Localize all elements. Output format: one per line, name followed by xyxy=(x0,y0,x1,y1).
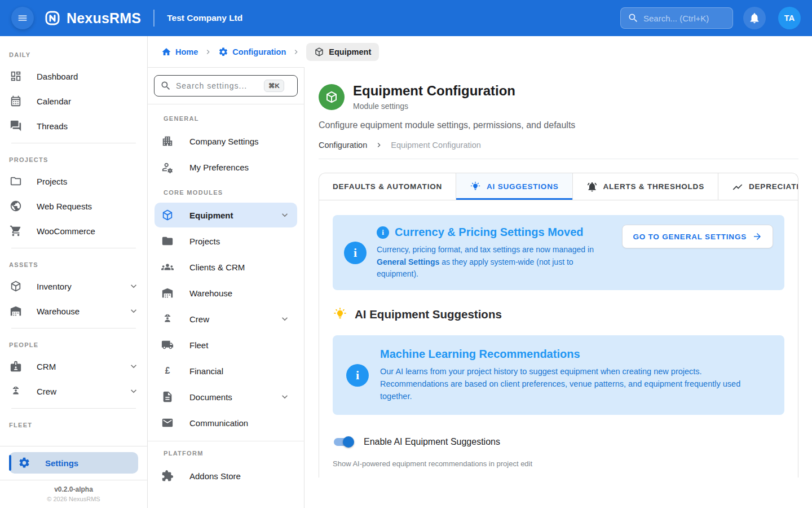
tab-label: DEPRECIATION xyxy=(749,182,798,191)
sidebar-item-projects[interactable]: Projects xyxy=(0,169,147,194)
app-version: v0.2.0-alpha xyxy=(9,485,138,493)
hardhat-icon xyxy=(161,313,174,325)
trending-icon xyxy=(732,181,743,192)
sidebar-item-web-requests[interactable]: Web Requests xyxy=(0,194,147,218)
envelope-icon xyxy=(161,417,174,429)
section-title: AI Equipment Suggestions xyxy=(355,308,502,321)
warehouse-icon xyxy=(161,287,174,299)
sidebar-item-warehouse[interactable]: Warehouse xyxy=(0,299,147,323)
cart-icon xyxy=(10,225,22,237)
building-icon xyxy=(161,135,174,147)
settings-nav-item-my-preferences[interactable]: My Preferences xyxy=(155,155,297,179)
pound-icon: £ xyxy=(161,365,174,377)
breadcrumb-link-home[interactable]: Home xyxy=(161,47,198,57)
sidebar-item-inventory[interactable]: Inventory xyxy=(0,274,147,299)
page-title: Equipment Configuration xyxy=(353,83,515,99)
sidebar-item-threads[interactable]: Threads xyxy=(0,113,147,138)
tab-label: DEFAULTS & AUTOMATION xyxy=(333,182,442,191)
tab-depreciation[interactable]: DEPRECIATION xyxy=(718,173,798,200)
ml-card-body: Our AI learns from your project history … xyxy=(380,366,771,402)
breadcrumb-current: Equipment xyxy=(306,43,379,61)
settings-search[interactable]: ⌘K xyxy=(154,75,298,97)
toggle-caption: Show AI-powered equipment recommendation… xyxy=(333,459,784,468)
module-avatar xyxy=(319,84,345,110)
lightbulb-icon xyxy=(333,307,347,322)
settings-label: Settings xyxy=(45,458,78,468)
tab-alerts-thresholds[interactable]: ALERTS & THRESHOLDS xyxy=(573,173,718,200)
settings-nav-list: GENERALCompany SettingsMy PreferencesCOR… xyxy=(148,104,304,492)
page-description: Configure equipment module settings, per… xyxy=(319,120,798,130)
main-nav: DAILYDashboardCalendarThreadsPROJECTSPro… xyxy=(0,36,147,446)
left-sidebar: DAILYDashboardCalendarThreadsPROJECTSPro… xyxy=(0,36,148,508)
global-search[interactable] xyxy=(620,7,733,29)
settings-section-label: CORE MODULES xyxy=(155,181,297,202)
user-avatar[interactable]: TA xyxy=(778,7,801,29)
settings-card: DEFAULTS & AUTOMATIONAI SUGGESTIONSALERT… xyxy=(319,173,798,478)
hardhat-icon xyxy=(10,385,22,397)
dashboard-icon xyxy=(10,70,22,82)
settings-nav-label: Financial xyxy=(189,366,290,376)
cube-icon xyxy=(325,90,338,104)
cube-icon xyxy=(161,209,174,221)
sub-breadcrumb-parent[interactable]: Configuration xyxy=(319,141,367,150)
settings-nav-item-equipment[interactable]: Equipment xyxy=(155,203,297,227)
info-icon: i xyxy=(344,242,367,264)
sidebar-item-settings[interactable]: Settings xyxy=(9,452,138,474)
info-icon: i xyxy=(377,226,389,239)
menu-button[interactable] xyxy=(11,7,34,29)
tab-defaults-automation[interactable]: DEFAULTS & AUTOMATION xyxy=(319,173,456,200)
settings-nav-item-documents[interactable]: Documents xyxy=(155,384,297,409)
sub-breadcrumb-current: Equipment Configuration xyxy=(391,141,481,150)
sidebar-item-label: Dashboard xyxy=(37,72,139,81)
sidebar-item-label: Warehouse xyxy=(37,306,113,316)
version-block: v0.2.0-alpha © 2026 NexusRMS xyxy=(9,480,138,508)
ml-recommendations-card: i Machine Learning Recommendations Our A… xyxy=(333,335,784,415)
threads-icon xyxy=(10,120,22,132)
sidebar-item-crew[interactable]: Crew xyxy=(0,379,147,404)
sidebar-item-calendar[interactable]: Calendar xyxy=(0,89,147,113)
sidebar-item-crm[interactable]: CRM xyxy=(0,354,147,379)
document-icon xyxy=(161,391,174,403)
truck-icon xyxy=(161,339,174,351)
go-to-general-settings-button[interactable]: GO TO GENERAL SETTINGS xyxy=(622,225,773,248)
settings-search-input[interactable] xyxy=(176,81,259,90)
cube-icon xyxy=(314,47,324,57)
tab-bar: DEFAULTS & AUTOMATIONAI SUGGESTIONSALERT… xyxy=(319,173,798,200)
sidebar-item-label: CRM xyxy=(37,362,113,371)
toggle-label: Enable AI Equipment Suggestions xyxy=(364,437,500,447)
nav-section-label: FLEET xyxy=(0,413,147,434)
settings-nav-item-clients-crm[interactable]: Clients & CRM xyxy=(155,255,297,279)
notifications-button[interactable] xyxy=(743,7,766,29)
settings-nav-item-company-settings[interactable]: Company Settings xyxy=(155,129,297,154)
settings-nav-label: My Preferences xyxy=(189,163,290,172)
settings-nav-label: Warehouse xyxy=(189,288,290,298)
settings-nav-item-fleet[interactable]: Fleet xyxy=(155,332,297,357)
settings-nav-label: Crew xyxy=(189,314,263,324)
settings-nav-label: Communication xyxy=(189,418,290,428)
tab-ai-suggestions[interactable]: AI SUGGESTIONS xyxy=(456,173,572,200)
settings-nav-item-crew[interactable]: Crew xyxy=(155,306,297,331)
company-name: Test Company Ltd xyxy=(167,13,242,23)
settings-nav-item-financial[interactable]: £Financial xyxy=(155,358,297,383)
ml-card-title: Machine Learning Recommendations xyxy=(380,348,771,361)
settings-nav-item-projects[interactable]: Projects xyxy=(155,229,297,253)
settings-sidebar: ⌘K GENERALCompany SettingsMy Preferences… xyxy=(148,67,304,508)
sidebar-item-label: Inventory xyxy=(37,282,113,291)
moved-banner: i i Currency & Pricing Settings Moved Cu… xyxy=(333,215,784,290)
sidebar-item-dashboard[interactable]: Dashboard xyxy=(0,64,147,89)
global-search-input[interactable] xyxy=(643,14,726,23)
globe-icon xyxy=(10,200,22,212)
home-icon xyxy=(161,47,171,57)
sidebar-item-woocommerce[interactable]: WooCommerce xyxy=(0,218,147,243)
chevron-down-icon xyxy=(279,313,290,325)
settings-nav-item-communication[interactable]: Communication xyxy=(155,410,297,435)
settings-nav-item-warehouse[interactable]: Warehouse xyxy=(155,281,297,305)
bulb-icon xyxy=(470,181,481,192)
settings-nav-item-addons-store[interactable]: Addons Store xyxy=(155,463,297,488)
nav-section-label: DAILY xyxy=(0,43,147,64)
breadcrumb-link-configuration[interactable]: Configuration xyxy=(218,47,286,57)
folder-icon xyxy=(10,175,22,187)
enable-ai-suggestions-toggle[interactable] xyxy=(333,436,354,448)
arrow-right-icon xyxy=(752,231,762,242)
main-content: Equipment Configuration Module settings … xyxy=(304,67,812,508)
